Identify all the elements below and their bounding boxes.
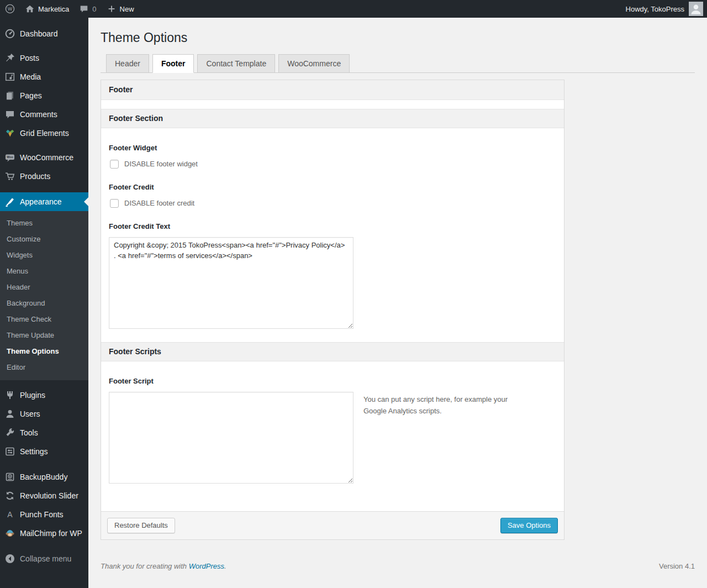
submenu-item-theme-options[interactable]: Theme Options xyxy=(0,343,88,359)
sidebar-item-label: Grid Elements xyxy=(20,129,69,138)
site-name: Marketica xyxy=(38,5,69,13)
wp-logo-button[interactable]: W xyxy=(0,0,20,18)
admin-bar: W Marketica 0 New Howdy, TokoPress xyxy=(0,0,707,18)
disable-footer-credit-row[interactable]: DISABLE footer credit xyxy=(109,199,556,208)
sidebar-item-users[interactable]: Users xyxy=(0,405,88,423)
sidebar-item-label: Tools xyxy=(20,428,38,437)
plus-icon xyxy=(107,4,117,14)
sidebar-item-woocommerce[interactable]: Woo WooCommerce xyxy=(0,148,88,167)
submenu-item-widgets[interactable]: Widgets xyxy=(0,247,88,263)
disable-footer-credit-checkbox[interactable] xyxy=(110,199,119,208)
sidebar-item-plugins[interactable]: Plugins xyxy=(0,386,88,405)
comments-count: 0 xyxy=(92,5,96,13)
mailchimp-icon xyxy=(4,528,15,539)
section-title-footer-scripts: Footer Scripts xyxy=(101,342,564,361)
comments-bubble-icon xyxy=(79,4,89,14)
submenu-item-theme-check[interactable]: Theme Check xyxy=(0,311,88,327)
wordpress-link[interactable]: WordPress xyxy=(189,562,224,570)
submenu-item-menus[interactable]: Menus xyxy=(0,263,88,279)
sidebar-item-media[interactable]: Media xyxy=(0,67,88,86)
submenu-item-editor[interactable]: Editor xyxy=(0,359,88,375)
disable-footer-widget-checkbox[interactable] xyxy=(110,160,119,169)
sidebar-item-comments[interactable]: Comments xyxy=(0,105,88,124)
sidebar-item-mailchimp[interactable]: MailChimp for WP xyxy=(0,524,88,543)
tab-footer[interactable]: Footer xyxy=(152,54,194,73)
thanks-prefix: Thank you for creating with xyxy=(101,562,189,570)
sidebar-item-label: Products xyxy=(20,172,50,181)
tab-header[interactable]: Header xyxy=(106,54,149,73)
submenu-item-themes[interactable]: Themes xyxy=(0,215,88,231)
pages-icon xyxy=(4,90,15,101)
site-name-link[interactable]: Marketica xyxy=(20,0,74,18)
disable-footer-widget-label: DISABLE footer widget xyxy=(124,160,198,168)
sidebar-item-appearance[interactable]: Appearance xyxy=(0,192,88,211)
footer-script-label: Footer Script xyxy=(109,377,556,385)
sidebar-item-punch-fonts[interactable]: A Punch Fonts xyxy=(0,505,88,524)
sidebar-item-label: Appearance xyxy=(20,197,62,206)
sidebar-item-label: Media xyxy=(20,72,41,81)
appearance-icon xyxy=(4,196,15,207)
current-menu-arrow xyxy=(80,197,88,206)
footer-credit-label: Footer Credit xyxy=(109,183,556,191)
sidebar-item-grid-elements[interactable]: Grid Elements xyxy=(0,124,88,143)
home-icon xyxy=(25,4,35,14)
comments-indicator[interactable]: 0 xyxy=(74,0,101,18)
sidebar-item-label: Dashboard xyxy=(20,29,58,38)
products-icon xyxy=(4,171,15,182)
footer-script-help: You can put any script here, for example… xyxy=(363,394,532,417)
dashboard-icon xyxy=(4,28,15,39)
sidebar-item-label: MailChimp for WP xyxy=(20,529,82,538)
posts-icon xyxy=(4,53,15,64)
submenu-item-theme-update[interactable]: Theme Update xyxy=(0,327,88,343)
svg-text:Woo: Woo xyxy=(7,155,13,159)
tab-woocommerce[interactable]: WooCommerce xyxy=(278,54,350,73)
sidebar-item-pages[interactable]: Pages xyxy=(0,86,88,105)
save-options-button[interactable]: Save Options xyxy=(500,518,558,533)
grid-elements-icon xyxy=(4,128,15,139)
howdy-link[interactable]: Howdy, TokoPress xyxy=(626,5,684,13)
revolution-slider-icon xyxy=(4,490,15,501)
submenu-item-header[interactable]: Header xyxy=(0,279,88,295)
submenu-item-customize[interactable]: Customize xyxy=(0,231,88,247)
sidebar-item-label: Punch Fonts xyxy=(20,510,64,519)
sidebar-item-tools[interactable]: Tools xyxy=(0,423,88,442)
media-icon xyxy=(4,71,15,82)
sidebar-item-posts[interactable]: Posts xyxy=(0,49,88,67)
collapse-icon xyxy=(4,553,15,564)
svg-text:W: W xyxy=(8,6,13,12)
theme-options-panel: Footer Footer Section Footer Widget DISA… xyxy=(101,80,564,540)
svg-text:A: A xyxy=(7,510,13,519)
sidebar-item-revolution-slider[interactable]: Revolution Slider xyxy=(0,486,88,505)
sidebar-item-dashboard[interactable]: Dashboard xyxy=(0,24,88,43)
footer-credit-text-textarea[interactable]: Copyright &copy; 2015 TokoPress<span><a … xyxy=(109,237,354,329)
tools-icon xyxy=(4,427,15,438)
panel-footer: Restore Defaults Save Options xyxy=(101,511,564,539)
restore-defaults-button[interactable]: Restore Defaults xyxy=(107,518,175,533)
tab-contact-template[interactable]: Contact Template xyxy=(197,54,275,73)
settings-icon xyxy=(4,446,15,457)
thanks-text: Thank you for creating with WordPress. xyxy=(101,562,226,570)
footer-credit-text-label: Footer Credit Text xyxy=(109,222,556,230)
woocommerce-icon: Woo xyxy=(4,152,15,163)
sidebar-item-settings[interactable]: Settings xyxy=(0,442,88,461)
new-button[interactable]: New xyxy=(102,0,139,18)
plugins-icon xyxy=(4,390,15,401)
submenu-item-background[interactable]: Background xyxy=(0,295,88,311)
punch-fonts-icon: A xyxy=(4,509,15,520)
disable-footer-credit-label: DISABLE footer credit xyxy=(124,199,194,207)
sidebar-item-products[interactable]: Products xyxy=(0,167,88,186)
sidebar-item-label: Posts xyxy=(20,54,39,62)
sidebar-item-label: Settings xyxy=(20,447,48,456)
panel-title: Footer xyxy=(101,80,564,100)
users-icon xyxy=(4,408,15,419)
section-title-footer-section: Footer Section xyxy=(101,109,564,128)
footer-script-textarea[interactable] xyxy=(109,392,354,484)
disable-footer-widget-row[interactable]: DISABLE footer widget xyxy=(109,160,556,169)
sidebar-item-label: Users xyxy=(20,410,40,418)
collapse-menu-label: Collapse menu xyxy=(20,554,71,563)
collapse-menu-button[interactable]: Collapse menu xyxy=(0,549,88,568)
sidebar-item-label: BackupBuddy xyxy=(20,473,67,481)
main-content: Theme Options Header Footer Contact Temp… xyxy=(88,18,707,588)
sidebar-item-backupbuddy[interactable]: BackupBuddy xyxy=(0,468,88,486)
version-text: Version 4.1 xyxy=(659,562,695,570)
